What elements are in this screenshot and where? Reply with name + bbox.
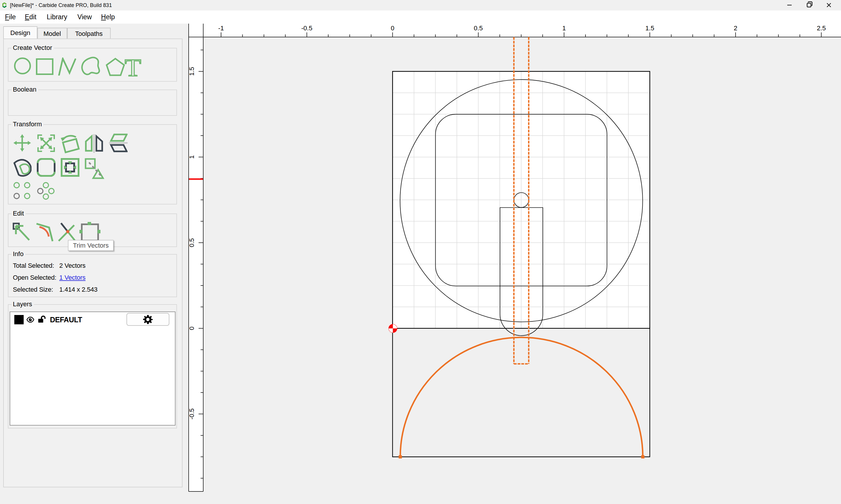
svg-text:-0.5: -0.5 xyxy=(188,408,195,419)
svg-text:1.5: 1.5 xyxy=(645,24,654,32)
svg-text:1.5: 1.5 xyxy=(188,67,195,76)
svg-text:0: 0 xyxy=(188,327,195,330)
svg-text:0: 0 xyxy=(391,24,394,32)
svg-text:2.5: 2.5 xyxy=(817,24,826,32)
svg-text:-0.5: -0.5 xyxy=(302,24,312,32)
svg-text:-1: -1 xyxy=(218,24,224,32)
svg-text:0.5: 0.5 xyxy=(188,238,195,247)
svg-text:2: 2 xyxy=(734,24,737,32)
svg-text:1: 1 xyxy=(188,155,195,159)
svg-text:0.5: 0.5 xyxy=(474,24,483,32)
svg-text:1: 1 xyxy=(562,24,566,32)
